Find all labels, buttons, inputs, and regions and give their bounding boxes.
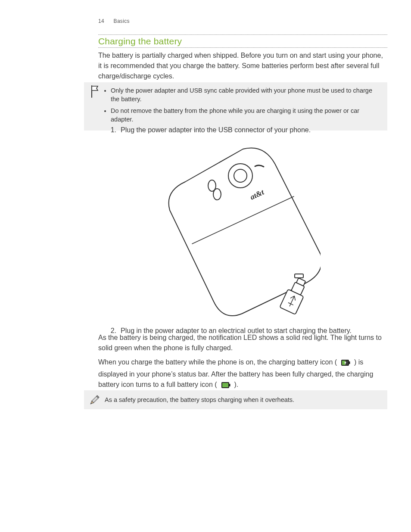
section-title: Charging the battery [98,36,387,47]
battery-icon-paragraph: When you charge the battery while the ph… [98,357,387,392]
pencil-icon [88,395,100,407]
svg-rect-9 [349,361,350,364]
section-heading-block: Charging the battery [98,34,387,48]
intro-paragraph: The battery is partially charged when sh… [98,50,387,81]
svg-point-1 [234,169,247,182]
text-part: When you charge the battery while the ph… [98,358,339,366]
svg-point-3 [213,189,221,200]
step-text: Plug the power adapter into the USB conn… [121,125,311,135]
ordered-steps: 1. Plug the power adapter into the USB c… [98,125,387,339]
flag-icon [90,85,101,99]
phone-usb-illustration: at&t [98,146,387,318]
safety-note: As a safety precaution, the battery stop… [84,390,387,409]
divider-bottom [98,47,387,48]
battery-charging-icon [341,359,350,369]
caution-item: Do not remove the battery from the phone… [111,106,381,124]
svg-rect-13 [229,384,230,386]
led-paragraph: As the battery is being charged, the not… [98,333,387,353]
caution-callout: Only the power adapter and USB sync cabl… [84,82,387,131]
step-1: 1. Plug the power adapter into the USB c… [98,125,387,135]
chapter-name: Basics [114,18,130,24]
svg-rect-4 [295,274,303,278]
running-header: 14 Basics [98,18,130,24]
divider-top [98,34,387,35]
page-number: 14 [98,18,104,24]
caution-list: Only the power adapter and USB sync cabl… [105,86,381,124]
svg-rect-14 [222,383,228,387]
text-part: ). [232,381,238,388]
note-text: As a safety precaution, the battery stop… [105,396,294,403]
caution-item: Only the power adapter and USB sync cabl… [111,86,381,104]
step-number: 1. [98,125,121,135]
